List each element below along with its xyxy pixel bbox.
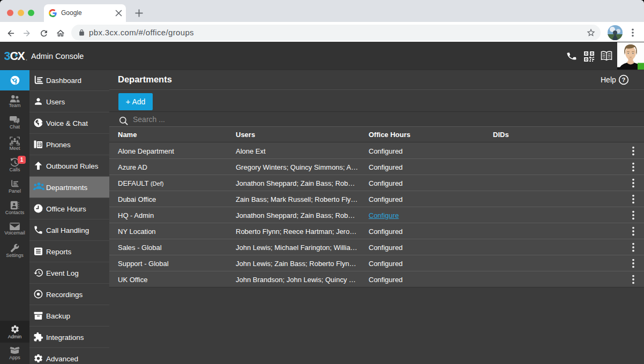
svg-text:?: ? — [622, 77, 626, 83]
svg-text:X: X — [18, 50, 26, 63]
